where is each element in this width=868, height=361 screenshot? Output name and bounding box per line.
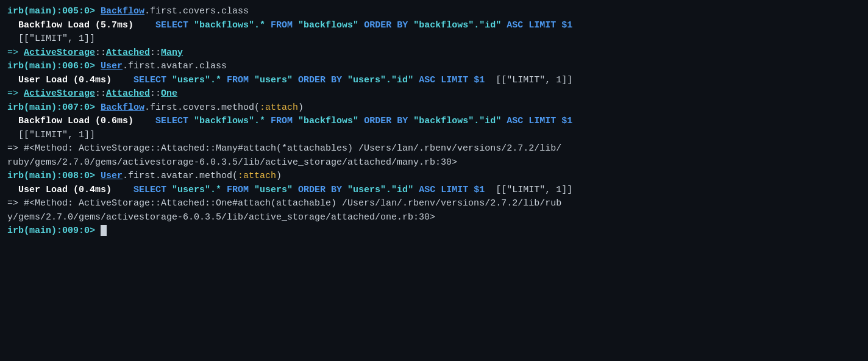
command-class-1: Backflow	[101, 6, 144, 16]
sql-asc-6: ASC LIMIT $1	[413, 75, 485, 85]
sql-orderby-6: "users"."id"	[347, 75, 413, 85]
result-16: y/gems/2.7.0/gems/activestorage-6.0.3.5/…	[7, 212, 435, 223]
load-label-6: User Load (0.4ms)	[7, 75, 123, 85]
terminal-line-7: => ActiveStorage::Attached::One	[7, 87, 861, 101]
sql-from-9: FROM	[265, 116, 298, 126]
terminal-line-16: y/gems/2.7.0/gems/activestorage-6.0.3.5/…	[7, 211, 861, 225]
result-ns3-7: One	[161, 88, 177, 99]
result-sep1-4: ::	[95, 48, 106, 58]
command-rest-5: .first.avatar.class	[123, 61, 227, 71]
terminal-line-14: User Load (0.4ms) SELECT "users".* FROM …	[7, 184, 861, 198]
command-sym-13: :attach	[238, 171, 276, 181]
load-label-9: Backflow Load (0.6ms)	[7, 116, 144, 126]
terminal-line-5: irb(main):006:0> User.first.avatar.class	[7, 60, 861, 74]
result-ns1-4: ActiveStorage	[24, 48, 95, 58]
sql-order-9: ORDER BY	[358, 116, 413, 126]
sql-order-14: ORDER BY	[293, 185, 347, 195]
command-rest-13: .first.avatar.method(	[123, 171, 238, 181]
terminal-line-3: [["LIMIT", 1]]	[7, 32, 861, 46]
terminal-line-12: ruby/gems/2.7.0/gems/activestorage-6.0.3…	[7, 156, 861, 170]
result-11: => #<Method: ActiveStorage::Attached::Ma…	[7, 143, 561, 154]
sql-table-2: "backflows"	[298, 20, 358, 30]
sql-orderby-14: "users"."id"	[347, 185, 413, 195]
result-ns2-4: Attached	[106, 48, 150, 58]
sql-orderby-9: "backflows"."id"	[413, 116, 501, 126]
command-class-5: User	[101, 61, 123, 71]
result-ns2-7: Attached	[106, 88, 150, 99]
terminal-line-11: => #<Method: ActiveStorage::Attached::Ma…	[7, 142, 861, 156]
limit-10: [["LIMIT", 1]]	[7, 130, 95, 140]
sql-select-2: SELECT	[144, 20, 194, 30]
terminal-line-10: [["LIMIT", 1]]	[7, 129, 861, 143]
prompt-8: irb(main):007:0>	[7, 102, 101, 113]
load-label-2: Backflow Load (5.7ms)	[7, 20, 144, 30]
result-12: ruby/gems/2.7.0/gems/activestorage-6.0.3…	[7, 157, 457, 168]
terminal: irb(main):005:0> Backflow.first.covers.c…	[7, 5, 861, 238]
sql-cols-6: "users".*	[172, 75, 221, 85]
result-sep1-7: ::	[95, 88, 106, 99]
result-sep2-7: ::	[150, 88, 161, 99]
prompt-17: irb(main):009:0>	[7, 226, 101, 236]
result-ns3-4: Many	[161, 48, 183, 58]
sql-table-9: "backflows"	[298, 116, 358, 126]
command-close-13: )	[276, 171, 282, 181]
prompt-5: irb(main):006:0>	[7, 61, 101, 71]
sql-from-6: FROM	[221, 75, 254, 85]
sql-orderby-2: "backflows"."id"	[413, 20, 501, 30]
terminal-line-1: irb(main):005:0> Backflow.first.covers.c…	[7, 5, 861, 19]
terminal-line-2: Backflow Load (5.7ms) SELECT "backflows"…	[7, 19, 861, 33]
limit-14: [["LIMIT", 1]]	[485, 185, 572, 195]
prompt-1: irb(main):005:0>	[7, 6, 101, 16]
result-15: => #<Method: ActiveStorage::Attached::On…	[7, 198, 561, 209]
terminal-line-6: User Load (0.4ms) SELECT "users".* FROM …	[7, 74, 861, 88]
sql-cols-2: "backflows".*	[194, 20, 265, 30]
result-sep2-4: ::	[150, 48, 161, 58]
sql-table-14: "users"	[254, 185, 293, 195]
sql-from-2: FROM	[265, 20, 298, 30]
sql-asc-2: ASC LIMIT $1	[501, 20, 572, 30]
result-ns1-7: ActiveStorage	[24, 88, 95, 99]
sql-select-6: SELECT	[123, 75, 172, 85]
terminal-line-13: irb(main):008:0> User.first.avatar.metho…	[7, 170, 861, 184]
sql-select-9: SELECT	[144, 116, 194, 126]
sql-table-6: "users"	[254, 75, 293, 85]
terminal-cursor	[101, 225, 107, 236]
command-rest-8: .first.covers.method(	[144, 102, 260, 113]
sql-from-14: FROM	[221, 185, 254, 195]
terminal-line-9: Backflow Load (0.6ms) SELECT "backflows"…	[7, 115, 861, 129]
command-sym-8: :attach	[260, 102, 298, 113]
command-close-8: )	[298, 102, 304, 113]
command-class-8: Backflow	[101, 102, 144, 113]
command-class-13: User	[101, 171, 123, 181]
prompt-13: irb(main):008:0>	[7, 171, 101, 181]
terminal-line-15: => #<Method: ActiveStorage::Attached::On…	[7, 197, 861, 211]
limit-6: [["LIMIT", 1]]	[485, 75, 572, 85]
load-label-14: User Load (0.4ms)	[7, 185, 123, 195]
sql-cols-9: "backflows".*	[194, 116, 265, 126]
terminal-line-17[interactable]: irb(main):009:0>	[7, 224, 861, 238]
terminal-line-4: => ActiveStorage::Attached::Many	[7, 46, 861, 60]
sql-order-6: ORDER BY	[293, 75, 347, 85]
sql-asc-14: ASC LIMIT $1	[413, 185, 485, 195]
arrow-4: =>	[7, 48, 24, 58]
sql-cols-14: "users".*	[172, 185, 221, 195]
sql-select-14: SELECT	[123, 185, 172, 195]
sql-order-2: ORDER BY	[358, 20, 413, 30]
sql-asc-9: ASC LIMIT $1	[501, 116, 572, 126]
terminal-line-8: irb(main):007:0> Backflow.first.covers.m…	[7, 101, 861, 115]
arrow-7: =>	[7, 88, 24, 99]
limit-3: [["LIMIT", 1]]	[7, 34, 95, 44]
command-rest-1: .first.covers.class	[144, 6, 249, 16]
